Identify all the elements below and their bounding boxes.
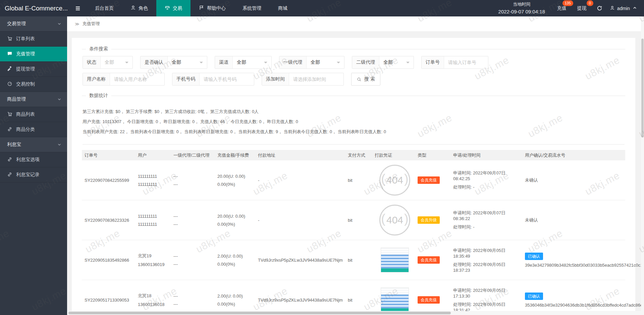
sidebar-item-interest-options[interactable]: 利息宝选项: [0, 152, 67, 167]
sidebar-item-interest-records[interactable]: 利息宝记录: [0, 167, 67, 182]
gauge-icon: [7, 81, 12, 88]
add-time-input[interactable]: [289, 73, 343, 85]
menu-item-help[interactable]: 帮助中心: [191, 0, 234, 16]
times-cell: 申请时间: 2022年09月07日 08:42:25 处理时间: -: [450, 170, 522, 190]
username-input[interactable]: [110, 73, 164, 85]
col-order-no: 订单号: [82, 152, 135, 158]
type-badge: 会员充值: [418, 256, 440, 264]
menu-label: 交易: [173, 5, 182, 11]
table-row: SY2209070842255599 111111111 111111111 -…: [82, 160, 625, 200]
voucher-screenshot-thumbnail[interactable]: [381, 287, 409, 312]
status-select[interactable]: 状态 全部: [83, 56, 133, 69]
voucher-screenshot-thumbnail[interactable]: [381, 248, 409, 272]
withdraw-shortcut[interactable]: 提现 0: [577, 5, 587, 11]
agents-cell: --- ---: [171, 294, 215, 307]
sidebar-group-interest[interactable]: 利息宝: [0, 137, 67, 152]
sidebar-item-label: 利息宝记录: [16, 172, 40, 178]
vertical-scrollbar-thumb[interactable]: [641, 39, 644, 138]
topbar: Global E-Commerce... 后台首页 角色 交易 帮助中心 系统管…: [0, 0, 644, 16]
sidebar-item-withdraw-management[interactable]: 提现管理: [0, 62, 67, 77]
agent2-label: 二级代理: [352, 56, 379, 68]
sidebar-item-label: 商品列表: [16, 111, 35, 117]
menu-item-trade[interactable]: 交易: [156, 0, 191, 16]
col-type: 类型: [415, 152, 450, 158]
menu-label: 系统管理: [243, 5, 261, 11]
sidebar-item-order-list[interactable]: 订单列表: [0, 32, 67, 47]
refresh-icon[interactable]: [597, 5, 602, 11]
hamburger-icon[interactable]: [69, 0, 87, 16]
sidebar-item-trade-control[interactable]: 交易控制: [0, 77, 67, 92]
confirm-cell: 已确认 39e3e34279809b3482fc5bbf30d03033b5ea…: [522, 253, 625, 268]
horizontal-scrollbar[interactable]: [67, 311, 644, 315]
channel-select[interactable]: 渠道 全部: [215, 56, 272, 69]
cart-icon: [7, 36, 12, 42]
confirmed-value: 全部: [172, 59, 181, 65]
sidebar-item-label: 利息宝选项: [16, 157, 40, 163]
col-pay-address: 付款地址: [255, 152, 345, 158]
username-field: 用户名称: [83, 73, 165, 86]
sidebar-item-recharge-management[interactable]: 充值管理: [0, 47, 67, 62]
chevron-down-icon: [57, 21, 62, 26]
phone-label: 手机号码: [172, 73, 200, 85]
order-no: SY2209070836223326: [82, 218, 135, 223]
menu-item-mall[interactable]: 商城: [270, 0, 296, 16]
sidebar-group-label: 商品管理: [7, 96, 26, 102]
local-time: 当地时间 2022-09-07 09:04:18: [498, 1, 545, 15]
confirm-cell: 未确认: [522, 177, 625, 183]
user-icon: [610, 5, 615, 11]
voucher-cell: (404): [372, 205, 415, 235]
channel-value: 全部: [237, 59, 246, 65]
sidebar-item-label: 订单列表: [16, 36, 35, 42]
caret-down-icon: [337, 62, 340, 65]
confirm-cell: 未确认: [522, 217, 625, 223]
user-menu[interactable]: admin: [610, 5, 637, 11]
voucher-cell: [372, 248, 415, 272]
transaction-hash: 3536046b34f3e32904636db3b1f6d856cd3bffed…: [525, 303, 644, 308]
menu-item-dashboard[interactable]: 后台首页: [87, 0, 122, 16]
sidebar-item-goods-list[interactable]: 商品列表: [0, 107, 67, 122]
caret-down-icon: [200, 62, 203, 65]
sidebar-group-label: 利息宝: [7, 142, 21, 148]
link-icon: [7, 172, 12, 178]
recharge-shortcut[interactable]: 充值 135: [557, 5, 567, 11]
search-icon: [357, 77, 362, 82]
gavel-icon: [7, 66, 12, 72]
col-user: 用户: [135, 152, 171, 158]
filter-row-2: 用户名称 手机号码 添加时间 搜 索: [83, 73, 625, 86]
order-no-label: 订单号: [422, 56, 444, 68]
withdraw-label: 提现: [577, 5, 587, 11]
menu-item-system[interactable]: 系统管理: [234, 0, 270, 16]
sidebar-item-goods-category[interactable]: 商品分类: [0, 122, 67, 137]
order-no-input[interactable]: [444, 56, 488, 68]
top-menu: 后台首页 角色 交易 帮助中心 系统管理 商城: [87, 0, 296, 16]
person-icon: [130, 5, 136, 11]
times-cell: 申请时间: 2022年09月07日 08:36:22 处理时间: -: [450, 210, 522, 230]
search-button[interactable]: 搜 索: [351, 73, 380, 86]
user-cell: 111111111 111111111: [135, 214, 171, 227]
agent2-select[interactable]: 二级代理 全部: [352, 56, 414, 69]
sidebar-group-goods[interactable]: 商品管理: [0, 92, 67, 107]
type-cell: 会员充值: [415, 256, 450, 264]
horizontal-scrollbar-thumb[interactable]: [68, 312, 451, 314]
search-conditions-panel: 条件搜索 状态 全部 是否确认 全部 渠道 全部 一级代理 全部: [82, 49, 625, 86]
sidebar-group-trade[interactable]: 交易管理: [0, 16, 67, 32]
times-cell: 申请时间: 2022年09月05日 18:35:49 处理时间: 2022年09…: [450, 248, 522, 273]
table-header: 订单号 用户 一级代理/二级代理 充值金额/手续费 付款地址 支付方式 打款凭证…: [82, 150, 625, 160]
agent1-select[interactable]: 一级代理 全部: [279, 56, 344, 69]
col-pay-method: 支付方式: [345, 152, 372, 158]
link-icon: [7, 126, 12, 133]
phone-input[interactable]: [200, 73, 254, 85]
stats-line-thirdparty: 第三方累计充值: $0， 第三方手续费: $0， 第三方成功收款: 0笔， 第三…: [83, 109, 625, 115]
confirmed-badge: 已确认: [525, 293, 543, 300]
type-cell: 会员充值: [415, 176, 450, 184]
order-no: SY2209051835492866: [82, 258, 135, 263]
sidebar-item-label: 充值管理: [16, 51, 35, 57]
confirmed-select[interactable]: 是否确认 全部: [140, 56, 207, 69]
confirmed-badge: 已确认: [525, 253, 543, 260]
chevron-down-icon: [57, 97, 62, 102]
vertical-scrollbar[interactable]: [641, 16, 644, 311]
menu-item-roles[interactable]: 角色: [122, 0, 156, 16]
agents-cell: --- ---: [171, 214, 215, 227]
pay-address: TVd9Jrz9xsP5pZKLw3JV94438a9sUE7Njm: [255, 298, 345, 303]
pay-address: -: [255, 178, 345, 183]
